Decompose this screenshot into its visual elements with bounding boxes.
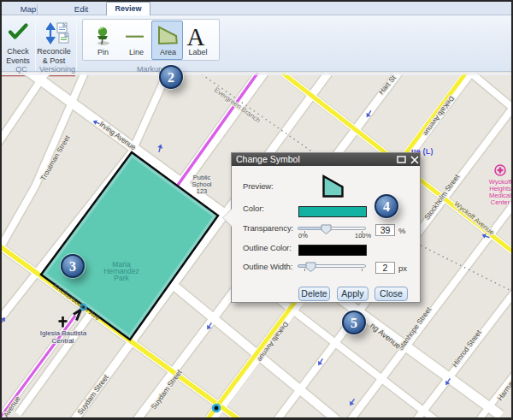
svg-text:Central: Central: [52, 337, 74, 345]
svg-text:A: A: [186, 23, 204, 50]
svg-text:Park: Park: [114, 274, 129, 282]
svg-text:Center: Center: [491, 198, 510, 206]
svg-text:123: 123: [197, 187, 208, 195]
